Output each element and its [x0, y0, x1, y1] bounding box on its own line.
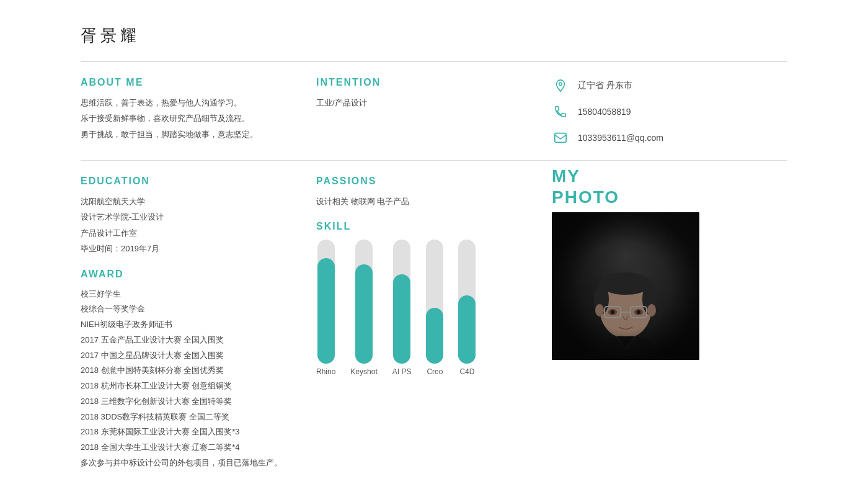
skill-col: Keyshot	[350, 240, 377, 376]
education-title: EDUCATION	[81, 176, 301, 187]
award-line: 2018 3DDS数字科技精英联赛 全国二等奖	[81, 410, 301, 424]
award-line: 校三好学生	[81, 287, 301, 302]
award-line: 2018 杭州市长杯工业设计大赛 创意组铜奖	[81, 379, 301, 393]
skill-track	[355, 240, 373, 364]
email-row: 1033953611@qq.com	[552, 129, 787, 146]
about-me-title: ABOUT ME	[81, 77, 301, 88]
right-col: MYPHOTO	[552, 166, 787, 360]
contact-col: 辽宁省 丹东市 15804058819 1033953611@qq.com	[552, 67, 787, 155]
top-row: ABOUT ME 思维活跃，善于表达，热爱与他人沟通学习。 乐于接受新鲜事物，喜…	[81, 62, 787, 160]
award-line: 2017 五金产品工业设计大赛 全国入围奖	[81, 333, 301, 348]
intention-text: 工业/产品设计	[316, 96, 537, 110]
passions-text: 设计相关 物联网 电子产品	[316, 194, 537, 209]
award-line: 2018 东莞杯国际工业设计大赛 全国入围奖*3	[81, 425, 301, 439]
skill-col: Creo	[426, 240, 443, 376]
skill-label: Keyshot	[350, 367, 377, 376]
edu-line-1: 沈阳航空航天大学	[81, 194, 301, 209]
skill-fill	[393, 274, 410, 364]
award-line: 2018 全国大学生工业设计大赛 辽赛二等奖*4	[81, 441, 301, 455]
award-line: 校综合一等奖学金	[81, 302, 301, 316]
skill-track	[317, 240, 335, 364]
edu-line-2: 设计艺术学院-工业设计	[81, 210, 301, 224]
svg-rect-20	[552, 212, 699, 360]
skill-label: AI PS	[392, 367, 412, 376]
svg-point-0	[559, 83, 562, 86]
svg-rect-1	[555, 133, 566, 143]
my-photo-label: MYPHOTO	[552, 166, 787, 207]
skill-col: C4D	[458, 240, 476, 376]
skill-label: Rhino	[316, 367, 335, 376]
location-icon	[552, 77, 569, 94]
skill-col: AI PS	[392, 240, 412, 376]
about-line-2: 乐于接受新鲜事物，喜欢研究产品细节及流程。	[81, 111, 301, 125]
email-text: 1033953611@qq.com	[578, 133, 663, 143]
phone-row: 15804058819	[552, 103, 787, 120]
bottom-row: EDUCATION 沈阳航空航天大学 设计艺术学院-工业设计 产品设计工作室 毕…	[81, 161, 787, 477]
skill-track	[426, 240, 443, 364]
edu-line-3: 产品设计工作室	[81, 226, 301, 240]
award-body: 校三好学生校综合一等奖学金NIEH初级电子政务师证书2017 五金产品工业设计大…	[81, 287, 301, 470]
about-me-body: 思维活跃，善于表达，热爱与他人沟通学习。 乐于接受新鲜事物，喜欢研究产品细节及流…	[81, 96, 301, 141]
intention-col: INTENTION 工业/产品设计	[316, 67, 552, 155]
award-line: 多次参与并中标设计公司的外包项目，项目已落地生产。	[81, 456, 301, 470]
location-row: 辽宁省 丹东市	[552, 77, 787, 94]
photo-placeholder	[552, 212, 699, 360]
award-line: 2017 中国之星品牌设计大赛 全国入围奖	[81, 349, 301, 363]
intention-body: 工业/产品设计	[316, 96, 537, 110]
location-text: 辽宁省 丹东市	[578, 80, 632, 91]
award-line: 2018 三维数字化创新设计大赛 全国特等奖	[81, 395, 301, 409]
award-title: AWARD	[81, 269, 301, 280]
mid-col: PASSIONS 设计相关 物联网 电子产品 SKILL RhinoKeysho…	[316, 166, 552, 376]
name-title: 胥景耀	[81, 26, 140, 45]
about-line-1: 思维活跃，善于表达，热爱与他人沟通学习。	[81, 96, 301, 110]
phone-text: 15804058819	[578, 107, 631, 117]
phone-icon	[552, 103, 569, 120]
skill-track	[393, 240, 410, 364]
skill-label: Creo	[427, 367, 443, 376]
left-col: EDUCATION 沈阳航空航天大学 设计艺术学院-工业设计 产品设计工作室 毕…	[81, 166, 316, 472]
award-line: 2018 创意中国特美刻杯分赛 全国优秀奖	[81, 364, 301, 378]
skill-fill	[458, 295, 476, 364]
skill-title: SKILL	[316, 221, 537, 232]
award-line: NIEH初级电子政务师证书	[81, 318, 301, 332]
skill-track	[458, 240, 476, 364]
passions-title: PASSIONS	[316, 176, 537, 187]
email-icon	[552, 129, 569, 146]
about-me-col: ABOUT ME 思维活跃，善于表达，热爱与他人沟通学习。 乐于接受新鲜事物，喜…	[81, 67, 316, 155]
skill-fill	[355, 264, 373, 364]
page-wrapper: 胥景耀 ABOUT ME 思维活跃，善于表达，热爱与他人沟通学习。 乐于接受新鲜…	[0, 0, 868, 489]
intention-title: INTENTION	[316, 77, 537, 88]
skill-col: Rhino	[316, 240, 335, 376]
skill-label: C4D	[459, 367, 474, 376]
skill-fill	[317, 258, 335, 364]
education-body: 沈阳航空航天大学 设计艺术学院-工业设计 产品设计工作室 毕业时间：2019年7…	[81, 194, 301, 256]
passions-body: 设计相关 物联网 电子产品	[316, 194, 537, 209]
skills-grid: RhinoKeyshotAI PSCreoC4D	[316, 240, 537, 376]
edu-line-4: 毕业时间：2019年7月	[81, 241, 301, 256]
about-line-3: 勇于挑战，敢于担当，脚踏实地做事，意志坚定。	[81, 127, 301, 141]
name-row: 胥景耀	[81, 25, 787, 47]
skill-fill	[426, 308, 443, 364]
